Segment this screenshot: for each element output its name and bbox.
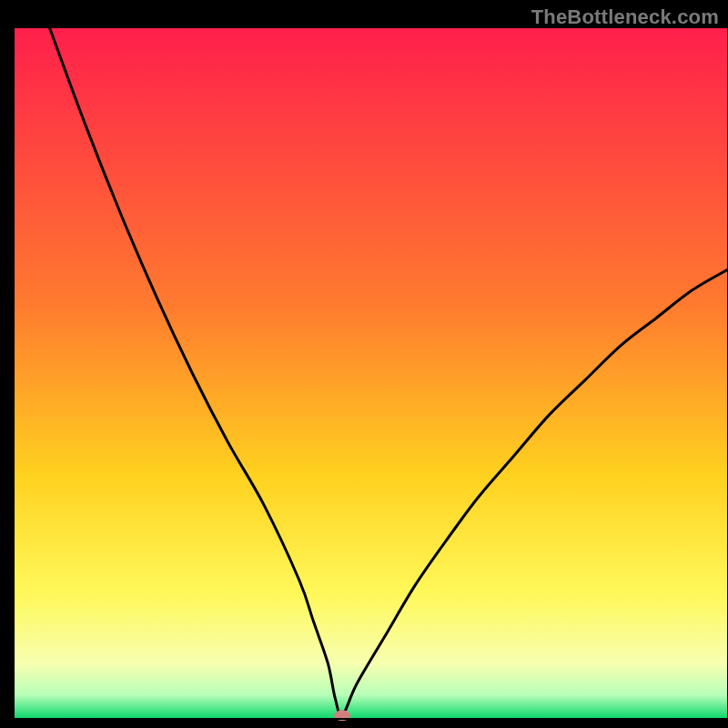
bottleneck-chart — [0, 0, 728, 728]
watermark-label: TheBottleneck.com — [531, 5, 719, 29]
plot-background — [14, 27, 728, 719]
chart-container: TheBottleneck.com — [0, 0, 728, 728]
